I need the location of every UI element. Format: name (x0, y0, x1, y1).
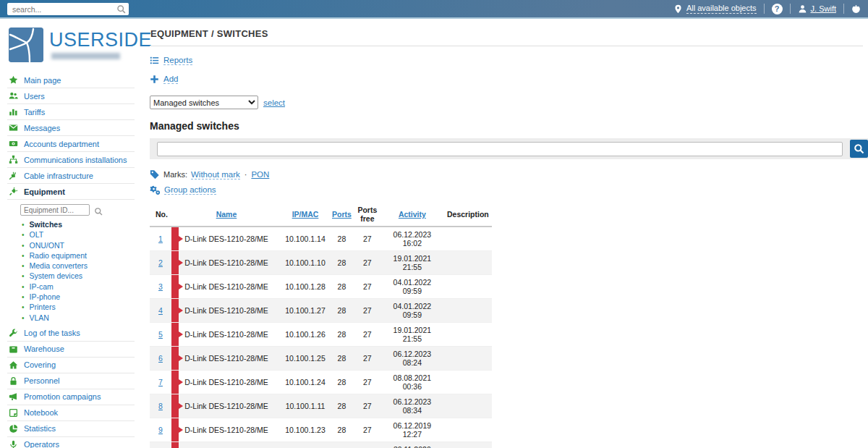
user-menu[interactable]: J. Swift (798, 4, 836, 14)
sort-ip-mac[interactable]: IP/MAC (292, 210, 319, 219)
row-number: 2 (150, 251, 171, 275)
filter-pon[interactable]: PON (251, 170, 269, 179)
help-icon[interactable]: ? (772, 4, 783, 14)
row-number-link[interactable]: 2 (158, 258, 163, 267)
sidebar-item-operators[interactable]: Operators (7, 437, 135, 448)
sidebar-item-warehouse[interactable]: Warehouse (7, 342, 135, 358)
filter-without-mark[interactable]: Without mark (191, 170, 240, 179)
row-number-link[interactable]: 6 (158, 354, 163, 363)
equipment-subitem-ip-phone[interactable]: IP-phone (20, 292, 145, 302)
red-mark-icon (171, 275, 179, 298)
logo[interactable]: USERSIDE (0, 28, 145, 62)
switch-ip: 10.100.1.27 (281, 299, 329, 323)
row-number-link[interactable]: 8 (158, 402, 163, 410)
sidebar-item-communications-installations[interactable]: Communications installations (7, 152, 135, 168)
sidebar-item-log-of-the-tasks[interactable]: Log of the tasks (7, 326, 135, 342)
sidebar-item-notebook[interactable]: Notebook (7, 405, 135, 421)
sidebar-item-promotion-campaigns[interactable]: Promotion campaigns (7, 389, 135, 405)
table-search-input[interactable] (157, 142, 843, 156)
switch-ports: 28 (329, 347, 354, 371)
sidebar-item-tariffs[interactable]: Tariffs (7, 104, 135, 120)
sidebar-item-label[interactable]: Operators (24, 440, 59, 448)
sidebar-item-label[interactable]: Equipment (24, 187, 65, 196)
select-link[interactable]: select (263, 98, 285, 107)
gears-icon (150, 185, 161, 195)
search-icon[interactable] (116, 4, 126, 13)
sidebar-item-label[interactable]: Main page (24, 76, 61, 85)
equipment-subitem-media-converters[interactable]: Media converters (20, 261, 145, 271)
sidebar-item-label[interactable]: Warehouse (24, 345, 64, 353)
user-label[interactable]: J. Swift (811, 4, 836, 13)
sidebar-item-label[interactable]: Communications installations (24, 156, 127, 164)
sidebar-item-label[interactable]: Covering (24, 360, 56, 369)
equipment-subitem-label[interactable]: Media converters (30, 261, 88, 270)
switch-type-select[interactable]: Managed switches (150, 96, 258, 109)
sidebar-item-label[interactable]: Cable infrastructure (24, 172, 93, 180)
row-number-link[interactable]: 5 (158, 330, 163, 339)
sidebar-item-users[interactable]: Users (7, 88, 135, 104)
sidebar-item-label[interactable]: Statistics (24, 424, 56, 433)
equipment-subitem-system-devices[interactable]: System devices (20, 271, 145, 281)
equipment-subitem-label[interactable]: IP-cam (30, 282, 54, 291)
scope-label[interactable]: All available objects (686, 4, 757, 14)
sidebar-item-main-page[interactable]: Main page (7, 72, 135, 88)
switch-name: D-Link DES-1210-28/ME (171, 323, 281, 347)
equipment-id-input[interactable] (20, 204, 90, 216)
equipment-subitem-label[interactable]: Switches (30, 220, 63, 229)
sidebar-item-label[interactable]: Users (24, 92, 45, 101)
sidebar-item-label[interactable]: Promotion campaigns (24, 392, 101, 401)
equipment-subitem-switches[interactable]: Switches (20, 219, 145, 229)
star-icon (9, 75, 18, 85)
sidebar-item-messages[interactable]: Messages (7, 120, 135, 136)
sidebar-item-label[interactable]: Log of the tasks (24, 329, 80, 337)
equipment-subitem-onu-ont[interactable]: ONU/ONT (20, 240, 145, 250)
equipment-subitem-label[interactable]: IP-phone (30, 292, 61, 301)
sort-name[interactable]: Name (216, 210, 237, 219)
row-number-link[interactable]: 4 (158, 306, 163, 315)
sidebar-item-statistics[interactable]: Statistics (7, 421, 135, 437)
global-search-input[interactable] (7, 3, 129, 15)
group-actions-link[interactable]: Group actions (164, 185, 216, 195)
equipment-subitem-olt[interactable]: OLT (20, 229, 145, 240)
row-number-link[interactable]: 3 (158, 282, 163, 291)
equipment-subitem-ip-cam[interactable]: IP-cam (20, 282, 145, 292)
add-link[interactable]: Add (163, 75, 178, 84)
equipment-subitem-radio-equipment[interactable]: Radio equipment (20, 250, 145, 261)
switch-ports-free: 27 (354, 394, 380, 418)
logout-button[interactable] (851, 4, 861, 14)
scope-selector[interactable]: All available objects (673, 4, 757, 14)
sidebar-item-label[interactable]: Accounts department (24, 140, 99, 148)
equipment-subitem-label[interactable]: VLAN (30, 313, 49, 322)
equipment-search-icon[interactable] (94, 206, 103, 214)
equipment-subitem-label[interactable]: Printers (30, 303, 56, 311)
sidebar-item-label[interactable]: Personnel (24, 376, 60, 385)
sidebar-item-label[interactable]: Tariffs (24, 108, 45, 117)
sort-activity[interactable]: Activity (399, 210, 426, 219)
sidebar-item-cable-infrastructure[interactable]: Cable infrastructure (7, 168, 135, 184)
table-row: 5D-Link DES-1210-28/ME10.100.1.26282719.… (150, 323, 492, 347)
sidebar-item-label[interactable]: Notebook (24, 408, 58, 417)
table-search-button[interactable] (850, 140, 868, 158)
row-number-link[interactable]: 1 (158, 234, 163, 243)
sidebar-item-label[interactable]: Messages (24, 124, 60, 132)
table-row: 8D-Link DES-1210-28/ME10.100.1.11282706.… (150, 394, 492, 418)
note-icon (9, 408, 18, 418)
breadcrumb: EQUIPMENT / SWITCHES (150, 19, 868, 39)
reports-link[interactable]: Reports (163, 56, 192, 65)
sort-ports[interactable]: Ports (332, 210, 352, 219)
row-number: 4 (150, 299, 171, 323)
sidebar-item-accounts-department[interactable]: Accounts department (7, 136, 135, 152)
sidebar-item-covering[interactable]: Covering (7, 358, 135, 373)
equipment-subitem-label[interactable]: System devices (30, 271, 83, 280)
sidebar-item-equipment[interactable]: Equipment (7, 184, 135, 200)
equipment-subitem-vlan[interactable]: VLAN (20, 313, 145, 323)
row-number-link[interactable]: 9 (158, 426, 163, 434)
sidebar-item-personnel[interactable]: Personnel (7, 373, 135, 389)
row-number-link[interactable]: 7 (158, 378, 163, 386)
equipment-subitem-label[interactable]: Radio equipment (30, 251, 87, 260)
equipment-subitem-printers[interactable]: Printers (20, 302, 145, 312)
add-row: Add (150, 75, 868, 84)
equipment-subitem-label[interactable]: OLT (30, 230, 44, 239)
equipment-panel: SwitchesOLTONU/ONTRadio equipmentMedia c… (0, 200, 145, 326)
equipment-subitem-label[interactable]: ONU/ONT (30, 241, 64, 250)
